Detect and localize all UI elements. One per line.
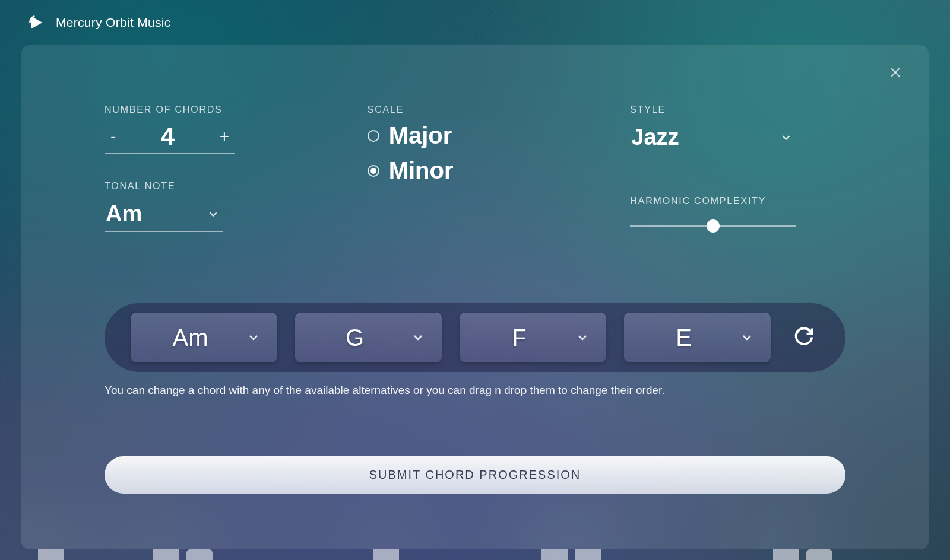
style-select[interactable]: Jazz (630, 122, 796, 155)
chord-chip-3[interactable]: F (460, 313, 606, 362)
app-header: Mercury Orbit Music (0, 0, 950, 45)
scale-option-major[interactable]: Major (368, 122, 583, 149)
style-value: Jazz (631, 125, 679, 150)
scale-minor-label: Minor (389, 157, 454, 184)
scale-major-label: Major (389, 122, 452, 149)
number-of-chords-value: 4 (161, 122, 175, 151)
refresh-button[interactable] (788, 321, 819, 354)
scale-label: SCALE (368, 104, 583, 115)
close-button[interactable] (888, 65, 905, 82)
tonal-note-select[interactable]: Am (104, 199, 223, 232)
chevron-down-icon (411, 330, 425, 345)
radio-icon (368, 130, 379, 142)
app-logo-icon (28, 14, 45, 31)
chord-2-value: G (312, 324, 398, 351)
chord-1-value: Am (147, 324, 233, 351)
stepper-decrement-button[interactable]: - (104, 127, 122, 146)
chord-help-text: You can change a chord with any of the a… (104, 384, 846, 397)
chord-chip-4[interactable]: E (624, 313, 771, 362)
scale-option-minor[interactable]: Minor (368, 157, 583, 184)
refresh-icon (793, 326, 815, 347)
slider-thumb[interactable] (707, 219, 720, 233)
harmonic-complexity-label: HARMONIC COMPLEXITY (630, 196, 846, 206)
chevron-down-icon (740, 330, 754, 345)
stepper-increment-button[interactable]: + (214, 127, 235, 146)
submit-chord-progression-button[interactable]: SUBMIT CHORD PROGRESSION (104, 456, 846, 494)
controls-row: NUMBER OF CHORDS - 4 + TONAL NOTE Am SCA… (104, 104, 846, 232)
chord-progression-modal: NUMBER OF CHORDS - 4 + TONAL NOTE Am SCA… (21, 45, 929, 549)
chord-4-value: E (641, 324, 727, 351)
style-label: STYLE (630, 104, 846, 115)
number-of-chords-label: NUMBER OF CHORDS (104, 104, 320, 115)
app-title: Mercury Orbit Music (56, 15, 171, 30)
chevron-down-icon (780, 131, 793, 144)
chord-3-value: F (476, 324, 562, 351)
chevron-down-icon (246, 330, 261, 345)
harmonic-complexity-slider[interactable] (630, 225, 796, 227)
chord-progression-section: Am G F E (104, 303, 846, 397)
close-icon (888, 65, 902, 79)
number-of-chords-stepper[interactable]: - 4 + (104, 122, 235, 154)
right-controls: STYLE Jazz HARMONIC COMPLEXITY (630, 104, 846, 232)
chord-progression-bar: Am G F E (104, 303, 846, 372)
chord-chip-2[interactable]: G (295, 313, 442, 362)
tonal-note-label: TONAL NOTE (104, 181, 320, 192)
scale-controls: SCALE Major Minor (368, 104, 583, 232)
chevron-down-icon (575, 330, 590, 345)
left-controls: NUMBER OF CHORDS - 4 + TONAL NOTE Am (104, 104, 320, 232)
chord-chip-1[interactable]: Am (131, 313, 277, 362)
chevron-down-icon (207, 208, 220, 221)
radio-icon-selected (368, 165, 379, 177)
tonal-note-value: Am (106, 201, 142, 227)
scale-radio-group: Major Minor (368, 122, 583, 184)
